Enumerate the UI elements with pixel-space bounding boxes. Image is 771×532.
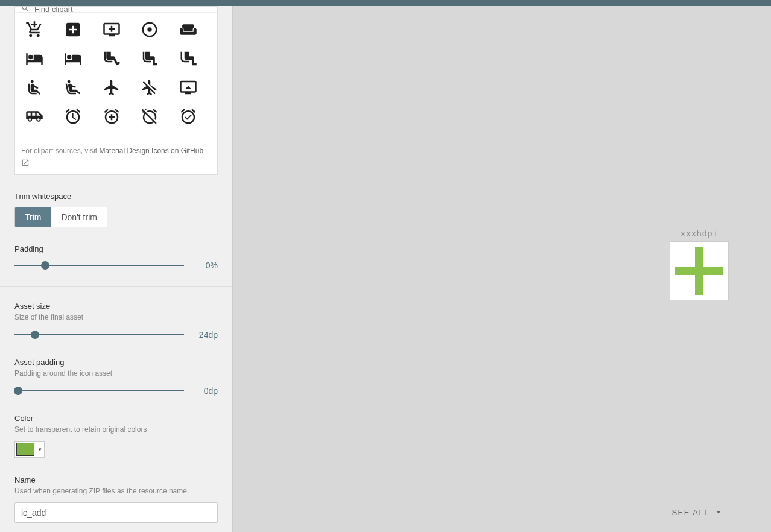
clipart-footer: For clipart sources, visit Material Desi… [15,139,217,174]
clipart-search-input[interactable] [34,7,211,13]
trim-section: Trim whitespace Trim Don't trim [0,183,232,236]
plus-icon [673,244,726,297]
search-icon [21,7,30,13]
name-label: Name [14,475,218,484]
cast-icon[interactable] [175,74,201,101]
color-label: Color [14,414,218,423]
padding-value: 0% [195,261,218,270]
color-swatch [16,443,34,456]
local-hotel-icon[interactable] [60,45,86,72]
name-input[interactable] [14,502,218,523]
seat-recline-normal-icon[interactable] [21,74,48,101]
chevron-down-icon: ▾ [36,446,44,452]
open-in-new-icon [21,159,30,167]
see-all-button[interactable]: SEE ALL [671,507,724,518]
color-section: Color Set to transparent to retain origi… [0,405,232,467]
add-shopping-cart-icon[interactable] [21,16,48,43]
airplane-off-icon[interactable] [136,74,163,101]
alarm-on-icon[interactable] [175,103,201,130]
color-picker[interactable]: ▾ [14,441,45,458]
clipart-footer-link[interactable]: Material Design Icons on GitHub [99,147,203,155]
color-sub: Set to transparent to retain original co… [14,425,218,434]
clipart-grid-scroll[interactable] [15,13,217,139]
hotel-icon[interactable] [21,45,48,72]
alarm-icon[interactable] [60,103,86,130]
add-to-queue-icon[interactable] [98,16,125,43]
padding-label: Padding [14,244,218,253]
seat-legroom-extra-icon[interactable] [175,45,201,72]
trim-label: Trim whitespace [14,192,218,201]
seat-recline-extra-icon[interactable] [60,74,86,101]
clipart-search-row [15,7,217,13]
asset-padding-section: Asset padding Padding around the icon as… [0,349,232,405]
preview-box [670,241,729,300]
name-section: Name Used when generating ZIP files as t… [0,467,232,531]
clipart-grid [15,13,217,133]
name-sub: Used when generating ZIP files as the re… [14,487,218,495]
asset-padding-label: Asset padding [14,358,218,367]
weekend-icon[interactable] [175,16,201,43]
preview-area: xxxhdpi SEE ALL [233,6,771,532]
see-all-label: SEE ALL [671,508,709,517]
trim-button[interactable]: Trim [15,207,51,227]
clipart-panel: For clipart sources, visit Material Desi… [14,6,218,175]
preview-density-label: xxxhdpi [670,229,729,239]
clipart-footer-text: For clipart sources, visit [21,147,99,155]
add-box-icon[interactable] [60,16,86,43]
seat-icon[interactable] [98,45,125,72]
asset-padding-value: 0dp [195,386,218,396]
sidebar: For clipart sources, visit Material Desi… [0,6,233,532]
alarm-add-icon[interactable] [98,103,125,130]
airport-shuttle-icon[interactable] [21,103,48,130]
asset-padding-sub: Padding around the icon asset [14,369,218,378]
seat-legroom-icon[interactable] [136,45,163,72]
adjust-icon[interactable] [136,16,163,43]
alarm-off-icon[interactable] [136,103,163,130]
asset-size-value: 24dp [195,330,218,340]
airplane-icon[interactable] [98,74,125,101]
asset-size-section: Asset size Size of the final asset 24dp [0,287,232,349]
trim-toggle: Trim Don't trim [14,207,107,227]
padding-section: Padding 0% [0,236,232,280]
dont-trim-button[interactable]: Don't trim [51,207,106,227]
chevron-down-icon [713,507,724,518]
asset-size-slider[interactable] [14,329,184,341]
asset-padding-slider[interactable] [14,385,184,397]
top-bar [0,0,771,6]
asset-size-sub: Size of the final asset [14,313,218,321]
preview-card: xxxhdpi [670,229,729,300]
padding-slider[interactable] [14,259,184,271]
asset-size-label: Asset size [14,302,218,311]
